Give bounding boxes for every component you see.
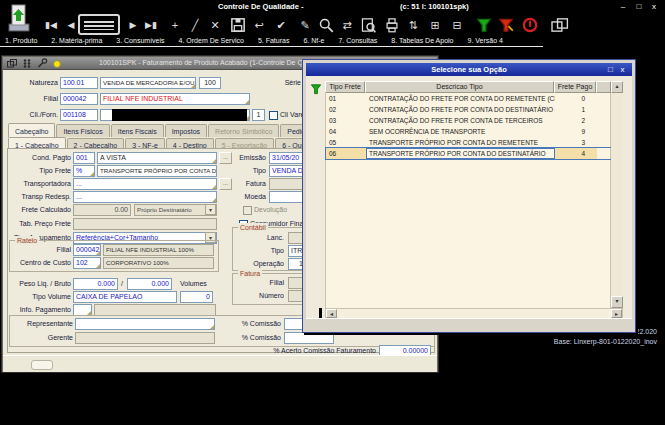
natureza-code-field[interactable]: 100.01 — [60, 77, 98, 89]
column-header-tipo-frete[interactable]: Tipo Frete — [325, 81, 365, 93]
popup-title: Selecione sua Opção — [306, 65, 632, 74]
scroll-left-button[interactable]: ◂ — [326, 309, 337, 318]
close-button[interactable]: x — [648, 2, 660, 11]
session-info: (c: 51 l: 100101spk) — [400, 2, 469, 11]
scroll-up-button[interactable]: ▴ — [611, 81, 623, 93]
menu-item-consumiveis[interactable]: 3. Consumíveis — [116, 37, 164, 46]
menu-item-tabelas-de-apoio[interactable]: 8. Tabelas De Apoio — [391, 37, 453, 46]
option-row-02[interactable]: 02 CONTRATAÇÃO DO FRETE POR CONTA DO DES… — [326, 104, 612, 115]
filial-label: Filial — [9, 93, 58, 105]
volumes-label: Volumes — [180, 278, 207, 290]
delete-icon[interactable]: ✕ — [206, 16, 224, 34]
add-row-icon[interactable]: ⊞ — [426, 16, 444, 34]
filial-code-field[interactable]: 000042 — [60, 93, 98, 105]
option-code: 04 — [326, 126, 366, 137]
cli-forn-code-field[interactable]: 001108 — [60, 109, 98, 121]
scroll-down-button[interactable]: ▾ — [611, 296, 623, 308]
option-code: 05 — [326, 137, 366, 148]
menu-item-versao-4[interactable]: 9. Versão 4 — [467, 37, 502, 46]
option-row-03[interactable]: 03 CONTRATAÇÃO DO FRETE POR CONTA DE TER… — [326, 115, 612, 126]
option-row-06-selected[interactable]: 06 TRANSPORTE PRÓPRIO POR CONTA DO DESTI… — [326, 148, 612, 159]
next-record-icon[interactable]: ▶ — [124, 16, 142, 34]
natureza-num-field: 100 — [199, 77, 221, 89]
edit-icon[interactable]: ╱ — [186, 16, 204, 34]
popup-close-button[interactable]: x — [617, 65, 628, 74]
minimize-button[interactable]: – — [617, 2, 629, 11]
tipo-volume-field[interactable]: CAIXA DE PAPELAO — [73, 291, 177, 303]
stop-icon[interactable] — [522, 17, 538, 33]
maximize-button[interactable]: □ — [633, 2, 645, 11]
refresh-icon[interactable]: ⇄ — [338, 16, 356, 34]
popup-titlebar[interactable]: Selecione sua Opção □ x — [306, 63, 632, 76]
column-header-descricao-tipo[interactable]: Descricao Tipo — [365, 81, 554, 93]
undo-icon[interactable]: ↩ — [250, 16, 268, 34]
first-record-icon[interactable]: ▮◀ — [42, 16, 60, 34]
confirm-icon[interactable]: ✔ — [272, 16, 290, 34]
save-icon[interactable] — [230, 17, 246, 33]
list-lines — [84, 19, 114, 30]
restore-window-icon[interactable] — [6, 58, 18, 69]
status-chip — [31, 360, 53, 370]
natureza-desc-field: VENDA DE MERCADORIA E/OU SERVI — [100, 77, 196, 89]
selecione-opcao-dialog: Selecione sua Opção □ x Tipo Frete Descr… — [302, 59, 636, 333]
volumes-field[interactable]: 0 — [180, 291, 213, 303]
centro-custo-code-field[interactable]: 102 — [73, 257, 101, 269]
column-header-frete-pago[interactable]: Frete Pago — [554, 81, 596, 93]
sort-icon[interactable]: ⇅ — [404, 16, 422, 34]
print-icon[interactable] — [384, 17, 400, 33]
tab-itens-fisicos[interactable]: Itens Físicos — [56, 124, 109, 137]
comissao1-label: % Comissão — [241, 318, 281, 330]
filter-icon[interactable] — [476, 17, 492, 33]
remove-row-icon[interactable]: ⊟ — [448, 16, 466, 34]
preview-icon[interactable] — [360, 17, 376, 33]
last-record-icon[interactable]: ▶▮ — [142, 16, 160, 34]
moeda-label: Moeda — [229, 191, 266, 203]
add-icon[interactable]: + — [166, 16, 184, 34]
option-row-01[interactable]: 01 CONTRATAÇÃO DO FRETE POR CONTA DO REM… — [326, 93, 612, 104]
comissao2-label: % Comissão — [241, 332, 281, 344]
comissao2-field[interactable] — [284, 332, 334, 344]
transp-redesp-field[interactable]: ... — [73, 191, 217, 203]
menu-item-produto[interactable]: 1. Produto — [5, 37, 37, 46]
gerente-field — [75, 332, 215, 344]
peso-bruto-field[interactable]: 0.000 — [127, 278, 172, 290]
tipo-frete-code-field[interactable]: % — [73, 165, 95, 177]
rateio-filial-label: Filial — [21, 244, 71, 256]
rateio-filial-code-field[interactable]: 000042 — [73, 244, 101, 256]
menu-item-nfe[interactable]: 6. Nf-e — [303, 37, 324, 46]
peso-liq-field[interactable]: 0.000 — [73, 278, 118, 290]
menu-item-faturas[interactable]: 5. Faturas — [258, 37, 290, 46]
transportadora-field[interactable]: ... — [73, 178, 217, 190]
cli-varejo-checkbox[interactable] — [269, 111, 278, 120]
brush-icon[interactable]: ✎ — [296, 16, 314, 34]
option-desc: CONTRATAÇÃO DO FRETE POR CONTA DE TERCEI… — [366, 115, 555, 126]
cond-pagto-desc-field: A VISTA — [97, 152, 217, 164]
scroll-right-button[interactable]: ▸ — [611, 309, 622, 318]
option-row-05[interactable]: 05 TRANSPORTE PRÓPRIO POR CONTA DO REMET… — [326, 137, 612, 148]
cascade-windows-icon[interactable] — [550, 17, 570, 33]
option-row-04[interactable]: 04 SEM OCORRÊNCIA DE TRANSPORTE 9 — [326, 126, 612, 137]
build-info-line2: Base: Linxerp-801-0122020_inov — [554, 338, 657, 345]
option-code: 06 — [326, 148, 366, 159]
tab-impostos[interactable]: Impostos — [165, 124, 207, 137]
menu-item-materia-prima[interactable]: 2. Matéria-prima — [51, 37, 102, 46]
cond-pagto-code-field[interactable]: 001 — [73, 152, 95, 164]
vertical-scrollbar-track[interactable] — [611, 93, 623, 296]
emissao-label: Emissão — [229, 152, 266, 164]
bulb-icon[interactable] — [53, 60, 61, 68]
clear-filter-icon[interactable] — [498, 17, 514, 33]
menu-item-ordem-de-servico[interactable]: 4. Ordem De Servico — [179, 37, 244, 46]
tab-cabecalho[interactable]: Cabeçalho — [8, 123, 55, 137]
tipo-frete-desc-field: TRANSPORTE PRÓPRIO POR CONTA D — [97, 165, 217, 177]
search-icon[interactable] — [318, 17, 334, 33]
option-desc: SEM OCORRÊNCIA DE TRANSPORTE — [366, 126, 555, 137]
option-desc: CONTRATAÇÃO DO FRETE POR CONTA DO DESTIN… — [366, 104, 555, 115]
record-list-button[interactable] — [78, 14, 120, 35]
columns-grid-icon[interactable] — [21, 58, 33, 69]
popup-maximize-button[interactable]: □ — [605, 65, 616, 74]
wrench-icon[interactable] — [36, 58, 48, 69]
tab-itens-fiscais[interactable]: Itens Fiscais — [111, 124, 164, 137]
representante-field[interactable] — [75, 318, 215, 330]
popup-filter-icon — [310, 83, 322, 95]
menu-item-consultas[interactable]: 7. Consultas — [338, 37, 377, 46]
